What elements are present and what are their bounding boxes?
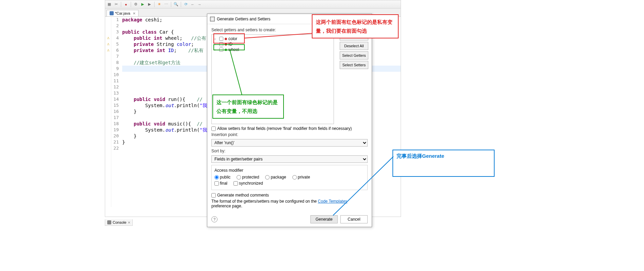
insertion-point-select[interactable]: After 'run()' bbox=[211, 139, 368, 147]
deselect-all-button[interactable]: Deselect All bbox=[340, 42, 368, 50]
console-icon bbox=[107, 220, 111, 224]
select-setters-button[interactable]: Select Setters bbox=[340, 61, 368, 69]
gutter-markers: ⚠⚠⚠ bbox=[105, 17, 111, 207]
annotation-red-highlight bbox=[213, 33, 245, 44]
close-icon[interactable]: ✕ bbox=[128, 221, 130, 224]
annotation-red-text: 这两个前面有红色标记的是私有变量，我们要在前面勾选 bbox=[312, 14, 399, 38]
tb-icon[interactable]: ☀ bbox=[157, 2, 162, 7]
tb-icon[interactable]: ⚙ bbox=[133, 2, 139, 7]
public-radio[interactable] bbox=[214, 175, 219, 180]
close-icon[interactable]: ✕ bbox=[133, 12, 135, 15]
dialog-title: Generate Getters and Setters bbox=[217, 17, 270, 21]
tb-icon[interactable]: ✂ bbox=[113, 2, 119, 7]
console-label: Console bbox=[113, 220, 126, 224]
tb-icon[interactable]: ▶ bbox=[140, 2, 145, 7]
tb-icon[interactable]: → bbox=[197, 2, 202, 7]
tb-icon[interactable]: ⋯ bbox=[163, 2, 169, 7]
annotation-green-highlight bbox=[213, 44, 245, 50]
java-file-icon bbox=[110, 11, 114, 15]
package-radio[interactable] bbox=[265, 175, 270, 180]
format-hint: The format of the getters/setters may be… bbox=[211, 199, 368, 208]
allow-final-label: Allow setters for final fields (remove '… bbox=[217, 126, 352, 131]
final-checkbox[interactable] bbox=[214, 181, 219, 186]
tb-icon[interactable]: 🔍 bbox=[173, 2, 179, 7]
protected-radio[interactable] bbox=[237, 175, 241, 180]
access-modifier-group: Access modifier public protected package… bbox=[211, 165, 368, 190]
generate-comments-checkbox[interactable] bbox=[211, 193, 216, 198]
tb-icon[interactable]: ● bbox=[123, 2, 129, 7]
tab-title: *Car.java bbox=[115, 11, 130, 15]
generate-comments-label: Generate method comments bbox=[217, 193, 269, 198]
sort-by-select[interactable]: Fields in getter/setter pairs bbox=[211, 155, 368, 163]
tb-icon[interactable]: ⟳ bbox=[183, 2, 189, 7]
tb-icon[interactable]: ▶ bbox=[147, 2, 152, 7]
tb-icon[interactable]: ← bbox=[190, 2, 195, 7]
synchronized-checkbox[interactable] bbox=[234, 181, 238, 186]
generate-button[interactable]: Generate bbox=[310, 215, 338, 223]
insertion-label: Insertion point: bbox=[211, 132, 368, 137]
sort-label: Sort by: bbox=[211, 149, 368, 153]
tb-icon[interactable]: ▦ bbox=[107, 2, 112, 7]
annotation-blue-text: 完事后选择Generate bbox=[392, 150, 495, 177]
dialog-icon bbox=[210, 17, 215, 21]
private-radio[interactable] bbox=[292, 175, 297, 180]
annotation-green-text: 这一个前面有绿色标记的是公有变量，不用选 bbox=[212, 95, 284, 119]
access-legend: Access modifier bbox=[214, 168, 365, 173]
console-tab[interactable]: Console ✕ bbox=[105, 219, 133, 226]
editor-tab-car-java[interactable]: *Car.java ✕ bbox=[107, 10, 139, 16]
help-icon[interactable]: ? bbox=[211, 216, 218, 222]
allow-final-checkbox[interactable] bbox=[211, 126, 216, 131]
main-toolbar: ▦ ✂ ● ⚙ ▶ ▶ ☀ ⋯ 🔍 ⟳ ← → bbox=[105, 0, 401, 9]
gutter-line-numbers: 12345678910111213141516171819202122 bbox=[111, 17, 121, 207]
cancel-button[interactable]: Cancel bbox=[340, 215, 368, 223]
select-getters-button[interactable]: Select Getters bbox=[340, 51, 368, 60]
code-templates-link[interactable]: Code Templates bbox=[318, 199, 348, 204]
